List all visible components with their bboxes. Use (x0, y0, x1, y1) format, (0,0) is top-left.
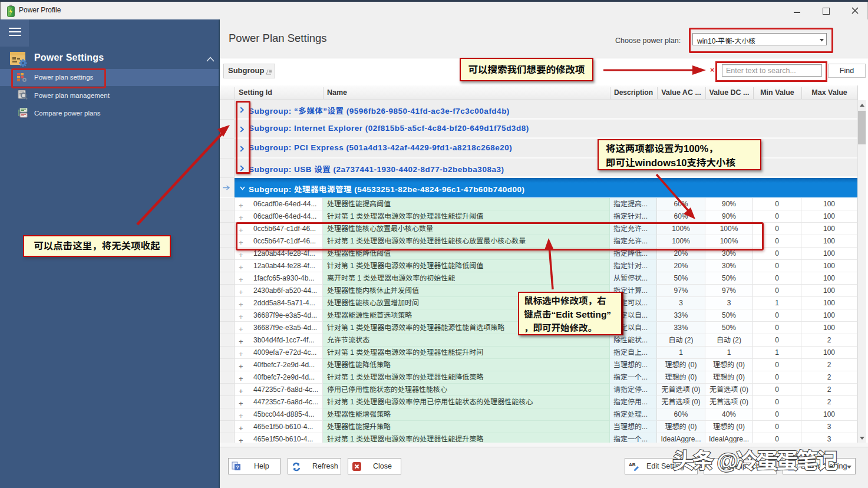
svg-text:?: ? (236, 464, 239, 470)
svg-text:AB: AB (629, 462, 636, 467)
